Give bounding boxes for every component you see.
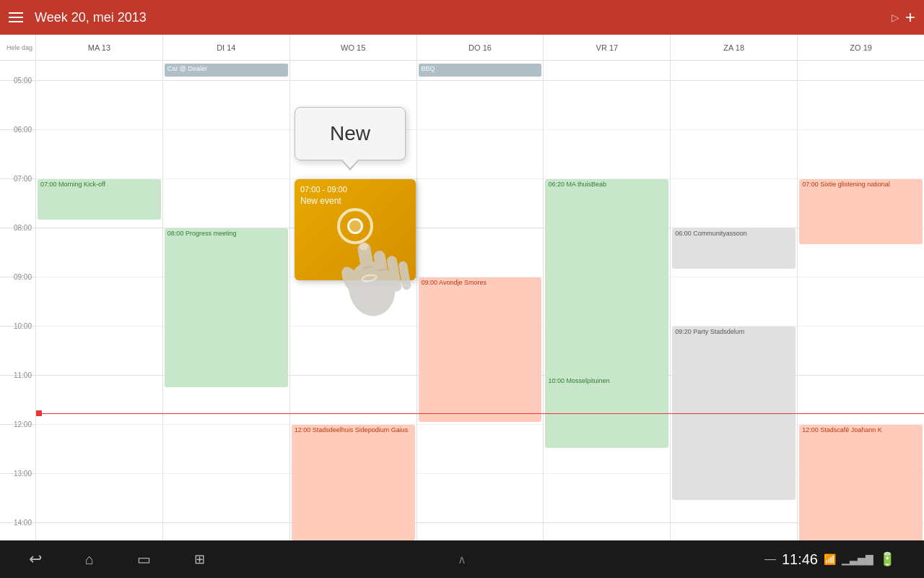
day-header-di14: DI 14 xyxy=(163,35,290,60)
day-header-ma13: MA 13 xyxy=(36,35,163,60)
current-time-dot xyxy=(36,410,42,416)
wifi-icon: 📶 xyxy=(824,553,836,565)
new-event-card[interactable]: 07:00 - 09:00 New event xyxy=(295,179,416,280)
new-popup-label: New xyxy=(330,122,370,144)
time-column: Hele dag 05:00 06:00 07:00 08:00 09:00 1… xyxy=(0,35,36,540)
week-title: Week 20, mei 2013 xyxy=(35,10,147,25)
time-label-13: 13:00 xyxy=(0,470,35,478)
clock-time: 11:46 xyxy=(782,551,818,568)
day-col-do16[interactable]: 09:00 Avondje Smores xyxy=(417,81,544,540)
time-label-08: 08:00 xyxy=(0,224,35,232)
day-header-za18: ZA 18 xyxy=(671,35,798,60)
all-day-za18[interactable] xyxy=(671,61,798,80)
touch-indicator xyxy=(337,208,373,244)
top-bar: Week 20, mei 2013 ▷ + xyxy=(0,0,924,35)
time-label-10: 10:00 xyxy=(0,322,35,330)
add-event-button[interactable]: + xyxy=(905,7,915,27)
scroll-up-button[interactable]: ∧ xyxy=(458,553,466,566)
signal-icon: ▁▃▅▇ xyxy=(842,553,873,565)
all-day-zo19[interactable] xyxy=(798,61,924,80)
battery-icon: 🔋 xyxy=(879,551,895,567)
day-col-vr17[interactable]: 06:20 MA thuisBeab 10:00 Mosselpituinen xyxy=(544,81,671,540)
event-vr17-second[interactable]: 10:00 Mosselpituinen xyxy=(545,376,668,448)
day-header-do16: DO 16 xyxy=(417,35,544,60)
new-event-popup[interactable]: New xyxy=(295,107,406,160)
day-header-wo15: WO 15 xyxy=(290,35,417,60)
day-header-zo19: ZO 19 xyxy=(798,35,924,60)
time-label-07: 07:00 xyxy=(0,175,35,183)
all-day-do16[interactable]: BBQ xyxy=(417,61,544,80)
day-col-ma13[interactable]: 07:00 Morning Kick-off xyxy=(36,81,163,540)
collapse-arrow-icon: ▷ xyxy=(892,12,899,23)
grid-body: 07:00 Morning Kick-off 0 xyxy=(36,81,924,540)
all-day-time-label: Hele dag xyxy=(6,44,32,51)
time-label-09: 09:00 xyxy=(0,273,35,281)
day-headers: MA 13 DI 14 WO 15 DO 16 VR 17 ZA 18 ZO 1… xyxy=(36,35,924,61)
time-label-11: 11:00 xyxy=(0,371,35,379)
all-day-di14[interactable]: Car @ Dealer xyxy=(163,61,290,80)
event-za18-community[interactable]: 06:00 Communityassoon xyxy=(672,228,796,269)
allday-event-bbq[interactable]: BBQ xyxy=(419,64,542,77)
grid-button[interactable]: ⊞ xyxy=(194,551,205,567)
time-label-12: 12:00 xyxy=(0,420,35,428)
event-zo19-sunday1[interactable]: 07:00 Sixtie glistening national xyxy=(799,179,923,244)
day-header-vr17: VR 17 xyxy=(544,35,671,60)
menu-button[interactable] xyxy=(9,12,23,22)
allday-event-car[interactable]: Car @ Dealer xyxy=(165,64,288,77)
recent-apps-button[interactable]: ▭ xyxy=(137,551,151,568)
event-progress-meeting[interactable]: 08:00 Progress meeting xyxy=(165,228,288,387)
back-button[interactable]: ↩ xyxy=(29,550,42,569)
all-day-ma13[interactable] xyxy=(36,61,163,80)
all-day-row: Car @ Dealer BBQ xyxy=(36,61,924,81)
bottom-nav-bar: ↩ ⌂ ▭ ⊞ ∧ — 11:46 📶 ▁▃▅▇ 🔋 xyxy=(0,540,924,578)
home-button[interactable]: ⌂ xyxy=(85,551,94,568)
event-zo19-sunday2[interactable]: 12:00 Stadscafé Joahann K xyxy=(799,425,923,540)
event-do16-avondje[interactable]: 09:00 Avondje Smores xyxy=(419,277,542,422)
day-col-zo19[interactable]: 07:00 Sixtie glistening national 12:00 S… xyxy=(798,81,924,540)
time-label-14: 14:00 xyxy=(0,519,35,527)
minus-icon: — xyxy=(764,553,776,566)
event-morning-kickoff[interactable]: 07:00 Morning Kick-off xyxy=(38,179,161,220)
time-label-05: 05:00 xyxy=(0,77,35,85)
day-col-za18[interactable]: 06:00 Communityassoon 09:20 Party Stadsd… xyxy=(671,81,798,540)
all-day-vr17[interactable] xyxy=(544,61,671,80)
event-card-title: New event xyxy=(300,196,410,206)
time-label-06: 06:00 xyxy=(0,126,35,134)
days-grid: 07:00 Morning Kick-off 0 xyxy=(36,81,924,540)
event-card-time: 07:00 - 09:00 xyxy=(300,185,410,194)
event-wo15-afternoon[interactable]: 12:00 Stadsdeelhuis Sidepodium Gaius xyxy=(292,425,415,540)
day-col-di14[interactable]: 08:00 Progress meeting xyxy=(163,81,290,540)
current-time-line xyxy=(36,413,924,414)
all-day-wo15[interactable] xyxy=(290,61,417,80)
days-area: MA 13 DI 14 WO 15 DO 16 VR 17 ZA 18 ZO 1… xyxy=(36,35,924,540)
